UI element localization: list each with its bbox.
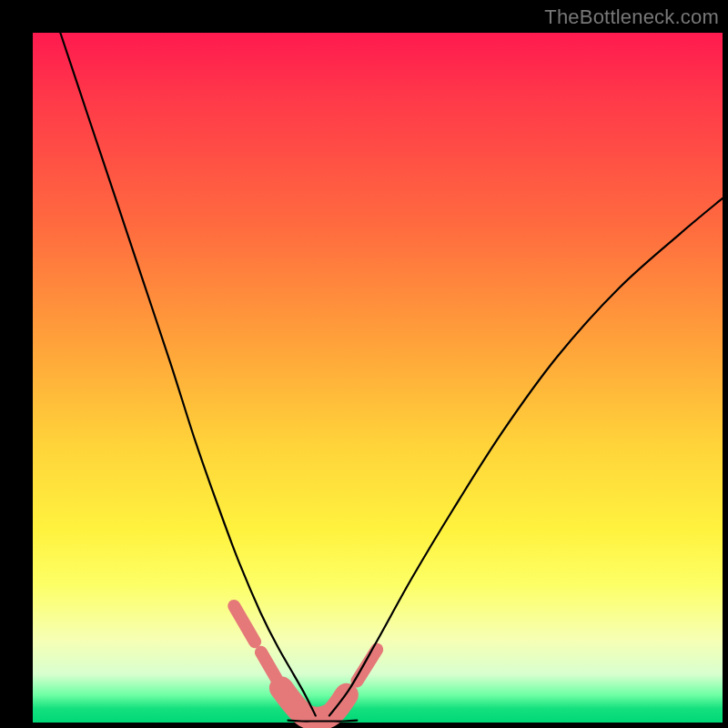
pink-highlights — [234, 606, 377, 719]
right-curve — [329, 198, 723, 716]
watermark-text: TheBottleneck.com — [544, 5, 719, 29]
left-pink-upper — [234, 606, 255, 642]
left-curve — [60, 33, 316, 715]
flat-bottom — [288, 721, 358, 722]
left-pink-lower — [261, 652, 277, 679]
curves-svg — [33, 33, 723, 723]
right-pink — [357, 650, 377, 682]
frame: TheBottleneck.com — [0, 0, 728, 728]
plot-area — [33, 33, 723, 723]
